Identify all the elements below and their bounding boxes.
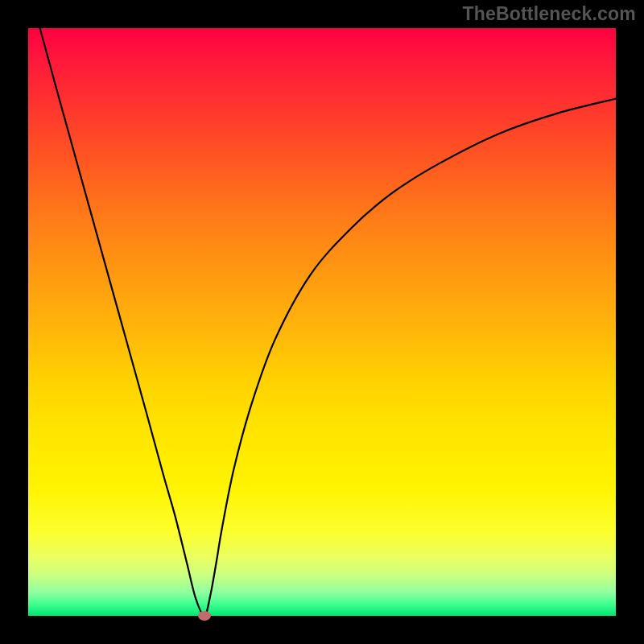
optimal-point-marker [198,611,211,621]
chart-frame: TheBottleneck.com [0,0,644,644]
plot-area [28,28,616,616]
bottleneck-curve [28,28,616,616]
attribution-label: TheBottleneck.com [462,3,636,25]
